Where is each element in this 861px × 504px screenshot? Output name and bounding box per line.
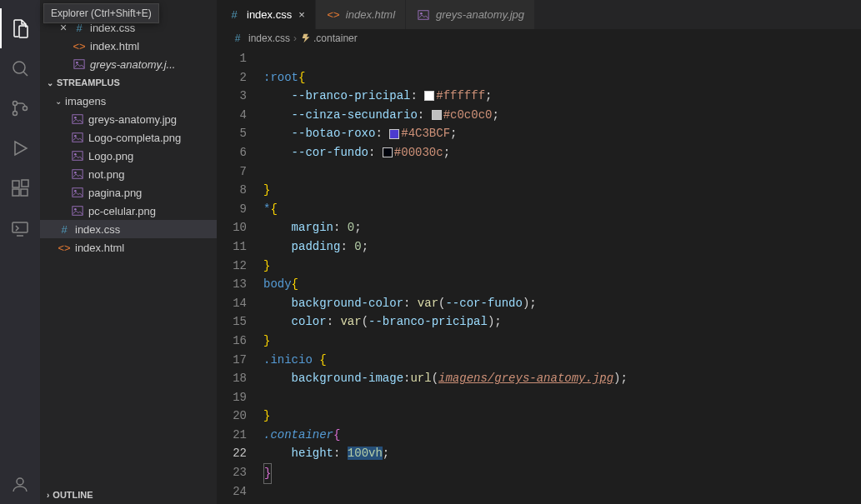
file-item[interactable]: Logo-completa.png (40, 128, 217, 147)
chevron-down-icon: ⌄ (55, 97, 62, 106)
svg-rect-5 (13, 189, 19, 196)
svg-rect-7 (22, 180, 28, 187)
image-file-icon (70, 168, 85, 180)
file-item[interactable]: Logo.png (40, 147, 217, 165)
svg-point-17 (74, 153, 77, 156)
open-editor-item[interactable]: greys-anatomy.j... (40, 55, 217, 73)
svg-rect-14 (73, 133, 83, 142)
editor-tab[interactable]: <>index.html (316, 0, 406, 29)
html-file-icon: <> (57, 242, 72, 254)
breadcrumb-symbol: .container (313, 32, 358, 44)
file-item[interactable]: greys-anatomy.jpg (40, 110, 217, 128)
css-file-icon: # (227, 8, 242, 21)
editor-tab[interactable]: greys-anatomy.jpg (406, 0, 535, 29)
svg-point-3 (23, 107, 28, 111)
svg-point-25 (420, 12, 423, 14)
svg-point-9 (17, 478, 23, 485)
svg-point-23 (74, 208, 77, 211)
outline-header[interactable]: › OUTLINE (40, 486, 217, 504)
close-icon[interactable]: × (298, 8, 305, 21)
project-title: STREAMPLUS (57, 77, 120, 87)
file-label: Logo-completa.png (88, 132, 181, 144)
html-file-icon: <> (326, 8, 341, 21)
css-file-icon: # (57, 223, 72, 236)
svg-rect-20 (73, 188, 83, 197)
file-label: index.html (90, 40, 139, 52)
remote-icon[interactable] (0, 208, 40, 248)
explorer-tooltip: Explorer (Ctrl+Shift+E) (43, 3, 159, 23)
extensions-icon[interactable] (0, 168, 40, 208)
image-file-icon (72, 58, 87, 70)
breadcrumb[interactable]: # index.css › .container (217, 29, 861, 47)
breadcrumb-separator: › (293, 32, 297, 44)
editor-area: #index.css×<>index.htmlgreys-anatomy.jpg… (217, 0, 861, 504)
tab-label: index.css (247, 8, 292, 21)
chevron-right-icon: › (47, 491, 49, 500)
file-item[interactable]: <>index.html (40, 238, 217, 257)
svg-point-1 (13, 102, 18, 106)
svg-rect-6 (21, 189, 28, 196)
sidebar: ⌄ OPEN EDITORS ×#index.css<>index.htmlgr… (40, 0, 217, 504)
svg-point-2 (13, 112, 18, 116)
file-label: pc-celular.png (88, 205, 156, 217)
tab-label: index.html (346, 8, 395, 21)
file-item[interactable]: not.png (40, 165, 217, 183)
symbol-icon (300, 32, 312, 45)
project-header[interactable]: ⌄ STREAMPLUS (40, 73, 217, 92)
svg-rect-12 (73, 115, 83, 124)
svg-point-11 (76, 62, 78, 64)
editor-tab[interactable]: #index.css× (217, 0, 316, 29)
svg-rect-24 (418, 10, 428, 19)
folder-imagens[interactable]: ⌄ imagens (40, 92, 217, 110)
file-item[interactable]: pc-celular.png (40, 202, 217, 220)
file-item[interactable]: pagina.png (40, 183, 217, 202)
svg-rect-22 (73, 207, 83, 216)
code-content[interactable]: :root{ --branco-pricipal: #ffffff; --cin… (263, 47, 861, 504)
chevron-down-icon: ⌄ (47, 78, 53, 87)
image-file-icon (70, 132, 85, 143)
file-item[interactable]: #index.css (40, 220, 217, 238)
file-label: not.png (88, 168, 124, 181)
svg-rect-4 (13, 181, 19, 187)
activity-bar (0, 0, 40, 504)
search-icon[interactable] (0, 48, 40, 88)
file-label: greys-anatomy.jpg (88, 113, 177, 126)
svg-point-21 (74, 190, 77, 192)
explorer-icon[interactable] (0, 8, 40, 48)
svg-rect-18 (73, 170, 83, 179)
source-control-icon[interactable] (0, 88, 40, 128)
svg-point-19 (74, 172, 77, 174)
svg-point-13 (74, 117, 77, 119)
image-file-icon (70, 205, 85, 217)
file-label: index.css (75, 223, 120, 236)
image-file-icon (70, 187, 85, 198)
outline-title: OUTLINE (53, 490, 93, 500)
editor-tabs: #index.css×<>index.htmlgreys-anatomy.jpg (217, 0, 861, 29)
image-file-icon (70, 150, 85, 162)
file-label: Logo.png (88, 150, 133, 162)
tab-label: greys-anatomy.jpg (436, 8, 524, 21)
svg-rect-10 (74, 60, 84, 69)
file-label: index.html (75, 242, 124, 254)
run-debug-icon[interactable] (0, 128, 40, 168)
svg-point-15 (74, 135, 77, 137)
svg-rect-8 (13, 222, 28, 232)
file-label: greys-anatomy.j... (90, 58, 175, 71)
line-gutter: 123456789101112131415161718192021222324 (217, 47, 263, 504)
svg-point-0 (13, 62, 25, 73)
css-file-icon: # (230, 32, 245, 44)
breadcrumb-file: index.css (248, 32, 290, 44)
folder-label: imagens (65, 95, 106, 107)
html-file-icon: <> (72, 40, 87, 52)
image-file-icon (70, 113, 85, 125)
image-file-icon (416, 9, 431, 21)
file-label: pagina.png (88, 187, 142, 199)
svg-rect-16 (73, 152, 83, 161)
open-editor-item[interactable]: <>index.html (40, 37, 217, 55)
code-editor[interactable]: 123456789101112131415161718192021222324 … (217, 47, 861, 504)
account-icon[interactable] (0, 464, 40, 504)
